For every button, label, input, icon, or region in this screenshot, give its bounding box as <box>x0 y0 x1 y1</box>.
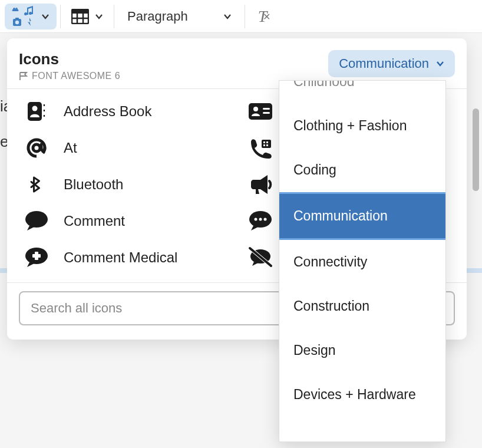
svg-point-27 <box>259 218 262 221</box>
svg-point-28 <box>264 218 267 221</box>
category-option[interactable]: Clothing + Fashion <box>279 104 445 148</box>
insert-media-button[interactable] <box>5 4 57 29</box>
svg-rect-19 <box>262 140 271 148</box>
svg-rect-23 <box>266 144 268 146</box>
svg-point-14 <box>253 107 258 111</box>
fax-phone-icon <box>247 135 273 161</box>
insert-table-button[interactable] <box>64 4 110 29</box>
svg-rect-16 <box>263 112 270 114</box>
svg-point-18 <box>33 144 40 151</box>
svg-rect-20 <box>263 141 265 143</box>
toolbar-separator <box>60 5 61 28</box>
svg-rect-22 <box>263 144 265 146</box>
scrollbar-thumb[interactable] <box>473 108 479 191</box>
bluetooth-icon <box>24 172 49 197</box>
svg-point-26 <box>255 218 257 221</box>
icon-label: Bluetooth <box>64 176 123 193</box>
block-format-select[interactable]: Paragraph <box>118 9 241 24</box>
editor-toolbar: Paragraph T✕ <box>0 0 482 33</box>
category-option[interactable]: Coding <box>279 148 445 192</box>
category-option[interactable]: Devices + Hardware <box>279 373 445 417</box>
category-option[interactable]: Design <box>279 328 445 373</box>
svg-rect-1 <box>15 18 19 19</box>
svg-rect-8 <box>28 102 42 121</box>
category-dropdown: Childhood Clothing + Fashion Coding Comm… <box>279 80 446 442</box>
comment-medical-icon <box>24 245 49 271</box>
comment-icon <box>24 208 49 234</box>
icon-label: Address Book <box>64 103 151 120</box>
chevron-down-icon <box>41 12 49 21</box>
media-icons-icon <box>12 6 35 27</box>
icon-label: At <box>64 140 77 156</box>
chevron-down-icon <box>223 12 232 21</box>
svg-point-24 <box>25 211 48 228</box>
address-card-icon <box>247 98 273 124</box>
clear-formatting-button[interactable]: T✕ <box>249 7 277 26</box>
svg-rect-15 <box>263 108 270 110</box>
category-filter-button[interactable]: Communication <box>328 50 455 77</box>
address-book-icon <box>24 98 49 124</box>
table-icon <box>71 9 89 24</box>
category-option[interactable]: Childhood <box>279 81 445 104</box>
svg-rect-13 <box>249 103 272 120</box>
svg-point-2 <box>15 20 19 24</box>
category-filter-label: Communication <box>339 56 429 71</box>
panel-title: Icons <box>19 50 120 68</box>
toolbar-separator <box>245 5 245 28</box>
comment-dots-icon <box>247 208 273 234</box>
at-sign-icon <box>24 135 49 161</box>
toolbar-separator <box>114 5 114 28</box>
svg-point-9 <box>32 106 38 111</box>
block-format-label: Paragraph <box>127 9 188 24</box>
category-option[interactable]: Construction <box>279 284 445 328</box>
icon-label: Comment <box>64 213 125 229</box>
subscript-x-icon: ✕ <box>263 11 270 22</box>
comment-slash-icon <box>247 245 273 271</box>
svg-rect-21 <box>266 141 268 143</box>
chevron-down-icon <box>95 12 103 21</box>
chevron-down-icon <box>436 60 444 68</box>
category-option-selected[interactable]: Communication <box>279 192 445 240</box>
svg-rect-4 <box>72 9 88 14</box>
panel-subtitle: FONT AWESOME 6 <box>19 71 120 81</box>
icon-label: Comment Medical <box>64 249 177 266</box>
svg-rect-31 <box>32 254 41 258</box>
flag-icon <box>19 71 28 81</box>
bullhorn-icon <box>247 172 273 197</box>
scrollbar-track[interactable] <box>473 106 480 436</box>
category-option[interactable]: Connectivity <box>279 240 445 284</box>
